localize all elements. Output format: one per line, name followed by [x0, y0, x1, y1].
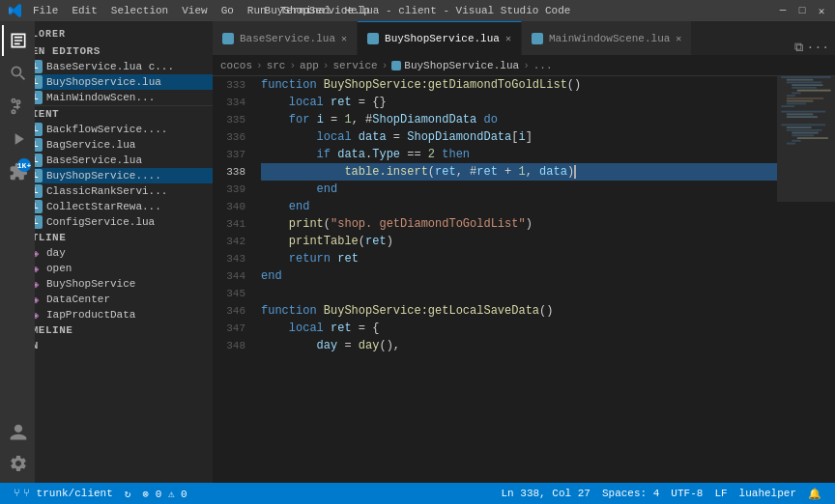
encoding-status[interactable]: UTF-8 — [665, 488, 708, 499]
svg-rect-3 — [792, 84, 822, 86]
svg-rect-22 — [787, 143, 795, 145]
tab-buy-label: BuyShopService.lua — [385, 33, 500, 44]
maximize-button[interactable]: □ — [796, 5, 808, 16]
svg-rect-6 — [792, 92, 800, 94]
tab-base-close[interactable]: ✕ — [341, 33, 347, 44]
code-line-342[interactable]: printTable(ret) — [261, 233, 777, 250]
status-bar: ⑂ ⑂ trunk/client ↻ ⊗ 0 ⚠ 0 Ln 338, Col 2… — [0, 483, 835, 504]
breadcrumb: cocos › src › app › service › BuyShopSer… — [213, 55, 835, 76]
code-line-343[interactable]: return ret — [261, 250, 777, 267]
errors-status[interactable]: ⊗ 0 ⚠ 0 — [136, 483, 192, 504]
line-num-344: 344 — [213, 267, 245, 285]
svg-rect-13 — [787, 113, 813, 115]
editor-main: 3333343353363373383393403413423433443453… — [213, 76, 777, 483]
tab-main-icon — [532, 33, 543, 44]
breadcrumb-src[interactable]: src — [267, 60, 286, 71]
run-activity-icon[interactable] — [2, 124, 33, 154]
line-num-334: 334 — [213, 94, 245, 111]
sync-status[interactable]: ↻ — [119, 483, 137, 504]
code-line-344[interactable]: end — [261, 267, 777, 285]
line-num-337: 337 — [213, 146, 245, 163]
svg-rect-17 — [787, 129, 822, 131]
open-editor-main-label: MainWindowScen... — [46, 92, 155, 103]
line-num-347: 347 — [213, 320, 245, 337]
tab-main-label: MainWindowScene.lua — [549, 33, 670, 44]
errors-label: ⊗ 0 ⚠ 0 — [142, 488, 187, 500]
status-right: Ln 338, Col 27 Spaces: 4 UTF-8 LF luahel… — [496, 488, 827, 500]
extensions-badge: 1K+ — [17, 158, 31, 172]
svg-rect-7 — [787, 95, 795, 97]
tab-buy-shop[interactable]: BuyShopService.lua ✕ — [358, 21, 522, 55]
account-activity-icon[interactable] — [2, 417, 33, 448]
line-num-341: 341 — [213, 215, 245, 233]
spaces-status[interactable]: Spaces: 4 — [596, 488, 665, 499]
svg-rect-2 — [787, 81, 822, 83]
code-line-346[interactable]: function BuyShopService:getLocalSaveData… — [261, 302, 777, 320]
code-line-348[interactable]: day = day(), — [261, 337, 777, 354]
svg-rect-21 — [792, 140, 800, 142]
code-line-339[interactable]: end — [261, 181, 777, 198]
split-editor-button[interactable]: ⧉ — [794, 41, 803, 55]
language-status[interactable]: luahelper — [734, 488, 802, 499]
tab-buy-close[interactable]: ✕ — [505, 33, 511, 44]
line-numbers: 3333343353363373383393403413423433443453… — [213, 76, 253, 483]
minimize-button[interactable]: ─ — [777, 5, 789, 16]
code-line-341[interactable]: print("shop. getDiamondToGoldList") — [261, 215, 777, 233]
svg-rect-1 — [787, 79, 813, 81]
line-num-333: 333 — [213, 76, 245, 94]
breadcrumb-cocos[interactable]: cocos — [220, 60, 252, 71]
minimap-canvas — [777, 76, 835, 483]
settings-activity-icon[interactable] — [2, 448, 33, 479]
code-line-335[interactable]: for i = 1, #ShopDiamondData do — [261, 111, 777, 128]
extensions-activity-icon[interactable]: 1K+ — [2, 156, 33, 187]
code-line-347[interactable]: local ret = { — [261, 320, 777, 337]
code-line-336[interactable]: local data = ShopDiamondData[i] — [261, 128, 777, 146]
tab-main-window[interactable]: MainWindowScene.lua ✕ — [522, 21, 692, 55]
code-line-334[interactable]: local ret = {} — [261, 94, 777, 111]
cursor-position[interactable]: Ln 338, Col 27 — [496, 488, 596, 499]
menu-go[interactable]: Go — [217, 5, 238, 16]
breadcrumb-app[interactable]: app — [300, 60, 319, 71]
breadcrumb-file[interactable]: BuyShopService.lua — [391, 60, 519, 71]
code-line-338[interactable]: table.insert(ret, #ret + 1, data) — [261, 163, 777, 181]
svg-rect-0 — [781, 76, 830, 78]
code-line-345[interactable] — [261, 285, 777, 302]
code-area[interactable]: 3333343353363373383393403413423433443453… — [213, 76, 777, 483]
code-line-340[interactable]: end — [261, 198, 777, 215]
line-num-343: 343 — [213, 250, 245, 267]
line-num-338: 338 — [213, 163, 245, 181]
tab-main-close[interactable]: ✕ — [676, 33, 681, 44]
breadcrumb-service[interactable]: service — [332, 60, 377, 71]
source-control-activity-icon[interactable] — [2, 91, 33, 122]
branch-status[interactable]: ⑂ ⑂ trunk/client — [8, 483, 119, 504]
more-tabs-button[interactable]: ··· — [807, 41, 829, 55]
menu-file[interactable]: File — [29, 5, 62, 16]
svg-rect-5 — [797, 90, 831, 92]
close-button[interactable]: ✕ — [816, 5, 827, 16]
explorer-activity-icon[interactable] — [2, 25, 33, 56]
breadcrumb-filename: BuyShopService.lua — [404, 60, 519, 71]
tabs-bar: BaseService.lua ✕ BuyShopService.lua ✕ M… — [213, 21, 835, 55]
svg-rect-12 — [781, 111, 825, 113]
svg-rect-11 — [781, 105, 794, 107]
breadcrumb-more[interactable]: ... — [533, 60, 553, 71]
tab-buy-icon — [367, 33, 379, 44]
code-line-333[interactable]: function BuyShopService:getDiamondToGold… — [261, 76, 777, 94]
search-activity-icon[interactable] — [2, 58, 33, 89]
branch-icon: ⑂ — [14, 488, 20, 499]
open-editor-buy-label: BuyShopService.lua — [46, 76, 161, 88]
title-bar: File Edit Selection View Go Run Terminal… — [0, 0, 835, 21]
line-ending-status[interactable]: LF — [708, 488, 733, 499]
tab-base-service[interactable]: BaseService.lua ✕ — [213, 21, 358, 55]
code-line-337[interactable]: if data.Type == 2 then — [261, 146, 777, 163]
menu-edit[interactable]: Edit — [68, 5, 101, 16]
sync-icon: ↻ — [125, 488, 131, 500]
notifications-status[interactable]: 🔔 — [802, 488, 827, 500]
line-num-346: 346 — [213, 302, 245, 320]
code-content[interactable]: function BuyShopService:getDiamondToGold… — [253, 76, 777, 483]
tabs-actions: ⧉ ··· — [789, 41, 835, 55]
menu-view[interactable]: View — [178, 5, 211, 16]
menu-selection[interactable]: Selection — [107, 5, 172, 16]
line-num-348: 348 — [213, 337, 245, 354]
svg-rect-4 — [792, 87, 817, 89]
